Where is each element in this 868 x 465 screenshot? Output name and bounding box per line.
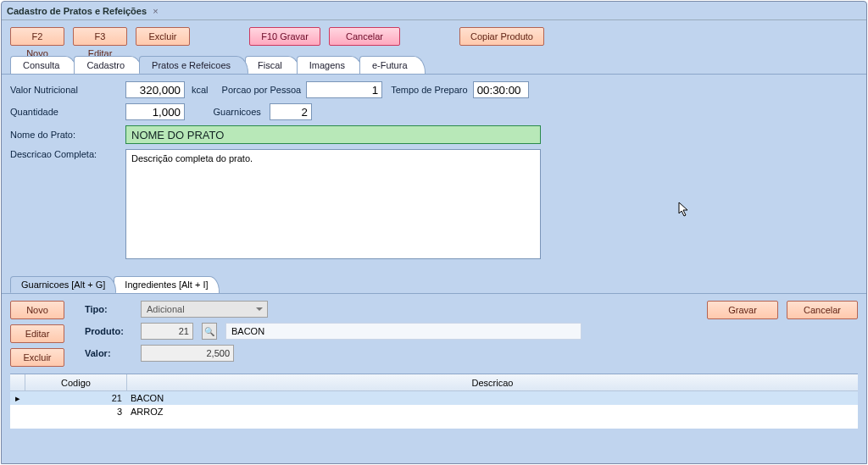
table-row[interactable]: ▸ 21 BACON bbox=[10, 391, 858, 405]
label-nome-prato: Nome do Prato: bbox=[10, 130, 120, 140]
quantidade-input[interactable] bbox=[125, 103, 185, 120]
sub-gravar-button[interactable]: Gravar bbox=[707, 301, 778, 319]
label-produto: Produto: bbox=[85, 326, 132, 336]
guarnicoes-input[interactable] bbox=[270, 103, 312, 120]
sub-tabs: Guarnicoes [Alt + G] Ingredientes [Alt +… bbox=[2, 276, 866, 294]
tab-cadastro[interactable]: Cadastro bbox=[74, 56, 142, 74]
subtab-ingredientes[interactable]: Ingredientes [Alt + I] bbox=[114, 276, 219, 293]
descricao-textarea[interactable] bbox=[125, 149, 541, 259]
window-title: Cadastro de Pratos e Refeições bbox=[7, 6, 147, 16]
novo-button[interactable]: F2 Novo bbox=[10, 27, 64, 46]
label-valor-nutricional: Valor Nutricional bbox=[10, 85, 120, 95]
cell-descricao: BACON bbox=[127, 391, 858, 405]
label-guarnicoes: Guarnicoes bbox=[214, 107, 261, 117]
sub-excluir-button[interactable]: Excluir bbox=[10, 348, 64, 367]
cancelar-button[interactable]: Cancelar bbox=[329, 27, 400, 46]
produto-lookup-button[interactable]: 🔍 bbox=[202, 323, 217, 340]
valor-field[interactable]: 2,500 bbox=[141, 345, 234, 362]
produto-code-field[interactable]: 21 bbox=[141, 323, 193, 340]
tipo-select[interactable]: Adicional bbox=[141, 301, 268, 318]
label-tempo: Tempo de Preparo bbox=[391, 85, 468, 95]
produto-name-field: BACON bbox=[225, 323, 581, 340]
cell-descricao: ARROZ bbox=[127, 405, 858, 418]
grid-marker-col bbox=[10, 374, 25, 390]
sub-editar-button[interactable]: Editar bbox=[10, 324, 64, 343]
label-porcao: Porcao por Pessoa bbox=[222, 85, 302, 95]
cell-codigo: 3 bbox=[25, 405, 127, 418]
tempo-preparo-input[interactable] bbox=[473, 81, 529, 98]
label-quantidade: Quantidade bbox=[10, 107, 120, 117]
main-toolbar: F2 Novo F3 Editar Excluir F10 Gravar Can… bbox=[2, 20, 866, 53]
search-icon: 🔍 bbox=[204, 327, 214, 336]
tab-efutura[interactable]: e-Futura bbox=[359, 56, 426, 74]
close-tab-icon[interactable]: × bbox=[153, 6, 158, 16]
tab-fiscal[interactable]: Fiscal bbox=[245, 56, 300, 74]
window-titlebar: Cadastro de Pratos e Refeições × bbox=[2, 2, 866, 20]
grid-col-codigo[interactable]: Codigo bbox=[25, 374, 127, 390]
nome-prato-input[interactable] bbox=[125, 125, 541, 144]
sub-cancelar-button[interactable]: Cancelar bbox=[787, 301, 858, 319]
subtab-guarnicoes[interactable]: Guarnicoes [Alt + G] bbox=[10, 276, 116, 293]
guarnicoes-grid: Codigo Descricao ▸ 21 BACON 3 ARROZ bbox=[10, 374, 858, 429]
tab-pratos[interactable]: Pratos e Refeicoes bbox=[139, 56, 248, 74]
porcao-input[interactable] bbox=[306, 81, 382, 98]
row-marker-icon bbox=[10, 405, 25, 418]
copiar-produto-button[interactable]: Copiar Produto bbox=[459, 27, 544, 46]
tab-imagens[interactable]: Imagens bbox=[297, 56, 363, 74]
table-row[interactable]: 3 ARROZ bbox=[10, 405, 858, 418]
label-tipo: Tipo: bbox=[85, 304, 132, 314]
main-tabs: Consulta Cadastro Pratos e Refeicoes Fis… bbox=[2, 56, 866, 75]
gravar-button[interactable]: F10 Gravar bbox=[249, 27, 320, 46]
label-descricao: Descricao Completa: bbox=[10, 149, 120, 159]
valor-nutricional-input[interactable] bbox=[125, 81, 185, 98]
label-kcal: kcal bbox=[192, 85, 209, 95]
cell-codigo: 21 bbox=[25, 391, 127, 405]
label-valor: Valor: bbox=[85, 348, 132, 358]
row-marker-icon: ▸ bbox=[10, 391, 25, 405]
grid-col-descricao[interactable]: Descricao bbox=[127, 374, 858, 390]
tab-consulta[interactable]: Consulta bbox=[10, 56, 77, 74]
excluir-button[interactable]: Excluir bbox=[136, 27, 190, 46]
editar-button[interactable]: F3 Editar bbox=[73, 27, 127, 46]
sub-novo-button[interactable]: Novo bbox=[10, 301, 64, 319]
